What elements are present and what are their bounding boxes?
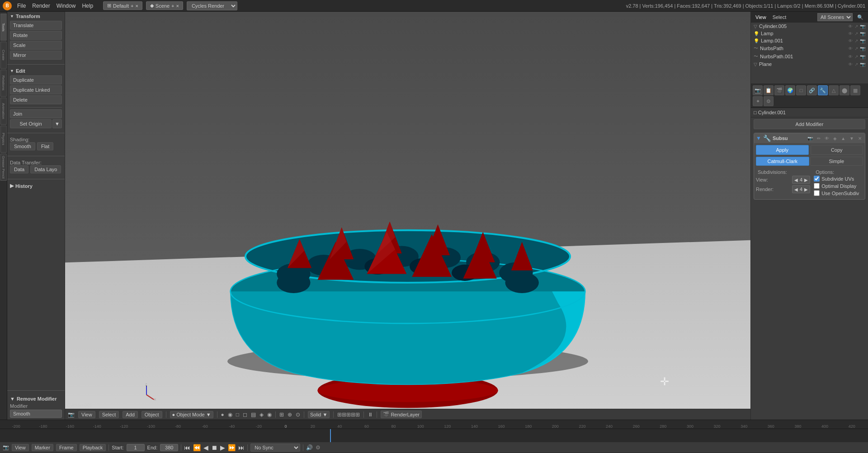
outliner-item-plane[interactable]: ▽ Plane 👁 ↗ 📷 bbox=[751, 61, 868, 68]
view-value-field[interactable]: ◀ 4 ▶ bbox=[792, 176, 810, 184]
translate-button[interactable]: Translate bbox=[10, 21, 62, 30]
render-layer-selector[interactable]: 🎬 RenderLayer bbox=[381, 411, 422, 418]
viewport-dot-icon[interactable]: ● bbox=[221, 411, 224, 418]
lamp-select-icon[interactable]: ↗ bbox=[854, 31, 858, 36]
nurbspath001-render-icon[interactable]: 📷 bbox=[860, 54, 865, 59]
viewport-solid-icon[interactable]: □ bbox=[236, 411, 239, 418]
delete-button[interactable]: Delete bbox=[10, 95, 62, 104]
outliner-select-btn[interactable]: Select bbox=[771, 14, 788, 20]
modifier-render-icon[interactable]: ◈ bbox=[832, 135, 838, 141]
outliner-item-lamp001[interactable]: 💡 Lamp.001 👁 ↗ 📷 bbox=[751, 37, 868, 44]
viewport-proportional-icon[interactable]: ⊙ bbox=[296, 411, 300, 418]
rotate-button[interactable]: Rotate bbox=[10, 31, 62, 40]
plane-visibility-icon[interactable]: 👁 bbox=[848, 62, 853, 67]
outliner-item-cylinder005[interactable]: ▽ Cylinder.005 👁 ↗ 📷 bbox=[751, 23, 868, 30]
props-tab-layers[interactable]: 📋 bbox=[764, 85, 774, 95]
viewport-material-icon[interactable]: ◈ bbox=[259, 411, 264, 418]
select-menu-btn[interactable]: Select bbox=[99, 411, 119, 418]
viewport-wire-icon[interactable]: ◻ bbox=[243, 411, 247, 418]
modifier-camera-icon[interactable]: 📷 bbox=[806, 135, 814, 141]
pivot-selector[interactable]: Solid ▼ bbox=[308, 411, 330, 418]
tab-tools[interactable]: Tools bbox=[0, 14, 7, 41]
duplicate-linked-button[interactable]: Duplicate Linked bbox=[10, 85, 62, 94]
plane-select-icon[interactable]: ↗ bbox=[854, 62, 858, 67]
props-tab-material[interactable]: ⬤ bbox=[840, 85, 849, 95]
scene-selector[interactable]: ◆ Scene + × bbox=[146, 1, 183, 10]
apply-button[interactable]: Apply bbox=[756, 145, 809, 155]
nurbspath-render-icon[interactable]: 📷 bbox=[860, 46, 865, 51]
object-menu-btn[interactable]: Object bbox=[142, 411, 162, 418]
set-origin-dropdown[interactable]: ▼ bbox=[52, 119, 62, 128]
lamp-visibility-icon[interactable]: 👁 bbox=[848, 31, 853, 36]
viewport-grid-icon[interactable]: ⊞ bbox=[279, 411, 284, 418]
scale-button[interactable]: Scale bbox=[10, 41, 62, 50]
jump-to-start-icon[interactable]: ⏮ bbox=[184, 444, 190, 451]
viewport[interactable]: Time:00:10.00 | Remaining:00:02.16 | Mem… bbox=[65, 12, 750, 420]
play-icon[interactable]: ▶ bbox=[220, 444, 225, 451]
nurbspath001-visibility-icon[interactable]: 👁 bbox=[848, 54, 853, 59]
cylinder005-visibility-icon[interactable]: 👁 bbox=[848, 24, 853, 29]
outliner-item-lamp[interactable]: 💡 Lamp 👁 ↗ 📷 bbox=[751, 30, 868, 37]
modifier-collapse-icon[interactable]: ▼ bbox=[756, 135, 761, 141]
nurbspath001-select-icon[interactable]: ↗ bbox=[854, 54, 858, 59]
join-button[interactable]: Join bbox=[10, 109, 62, 118]
props-tab-modifiers[interactable]: 🔧 bbox=[818, 85, 828, 95]
add-modifier-button[interactable]: Add Modifier bbox=[754, 119, 865, 129]
mirror-button[interactable]: Mirror bbox=[10, 51, 62, 60]
props-tab-texture[interactable]: ▦ bbox=[850, 85, 860, 95]
render-increase-icon[interactable]: ▶ bbox=[804, 187, 808, 192]
outliner-item-nurbspath[interactable]: 〜 NurbsPath 👁 ↗ 📷 bbox=[751, 44, 868, 52]
render-engine-select[interactable]: Cycles Render Blender Render Blender Gam… bbox=[187, 1, 237, 10]
step-forward-icon[interactable]: ⏩ bbox=[228, 444, 236, 451]
viewport-camera-icon[interactable]: 📷 bbox=[68, 411, 75, 418]
sync-select[interactable]: No Sync Frame Dropping Sync to Audio bbox=[250, 444, 300, 452]
modifier-view-icon[interactable]: 👁 bbox=[823, 135, 830, 141]
cylinder005-render-icon[interactable]: 📷 bbox=[860, 24, 865, 29]
outliner-item-nurbspath001[interactable]: 〜 NurbsPath.001 👁 ↗ 📷 bbox=[751, 52, 868, 61]
outliner-view-btn[interactable]: View bbox=[754, 14, 768, 20]
simple-button[interactable]: Simple bbox=[810, 157, 863, 166]
edit-header[interactable]: ▼ Edit bbox=[10, 68, 62, 74]
props-tab-scene[interactable]: 🎬 bbox=[774, 85, 784, 95]
menu-window[interactable]: Window bbox=[57, 3, 76, 9]
step-back-icon[interactable]: ⏪ bbox=[193, 444, 201, 451]
viewport-texture-icon[interactable]: ▤ bbox=[251, 411, 256, 418]
lamp001-render-icon[interactable]: 📷 bbox=[860, 38, 865, 43]
history-header[interactable]: ▶ History bbox=[10, 183, 62, 189]
timeline-settings-icon[interactable]: ⚙ bbox=[316, 444, 321, 451]
props-tab-constraints[interactable]: 🔗 bbox=[807, 85, 817, 95]
props-tab-render[interactable]: 📷 bbox=[753, 85, 763, 95]
props-tab-object[interactable]: □ bbox=[796, 85, 806, 95]
lamp001-visibility-icon[interactable]: 👁 bbox=[848, 38, 853, 43]
add-menu-btn[interactable]: Add bbox=[123, 411, 138, 418]
end-frame-input[interactable] bbox=[160, 444, 178, 451]
copy-button[interactable]: Copy bbox=[811, 145, 863, 155]
modifier-edit-icon[interactable]: ✏ bbox=[816, 135, 822, 141]
viewport-snap-icon[interactable]: ⊕ bbox=[288, 411, 292, 418]
use-opensubdiv-checkbox[interactable] bbox=[814, 190, 820, 196]
audio-icon[interactable]: 🔊 bbox=[306, 444, 313, 451]
pause-icon[interactable]: ⏸ bbox=[368, 411, 373, 418]
menu-file[interactable]: File bbox=[17, 3, 26, 9]
catmull-clark-button[interactable]: Catmull-Clark bbox=[756, 157, 809, 166]
tab-animation[interactable]: Animation bbox=[0, 98, 7, 125]
workspace-selector[interactable]: ⊞ Default + × bbox=[103, 1, 142, 10]
tab-physics[interactable]: Physics bbox=[0, 126, 7, 153]
tab-create[interactable]: Create bbox=[0, 42, 7, 69]
viewport-render-mode-icon[interactable]: ◉ bbox=[228, 411, 232, 418]
outliner-search-icon[interactable]: 🔍 bbox=[855, 14, 865, 20]
view-increase-icon[interactable]: ▶ bbox=[804, 177, 808, 182]
props-tab-data[interactable]: △ bbox=[829, 85, 839, 95]
modifier-down-icon[interactable]: ▼ bbox=[848, 135, 855, 141]
play-back-icon[interactable]: ◀ bbox=[203, 444, 208, 451]
marker-btn[interactable]: Marker bbox=[32, 444, 53, 451]
menu-help[interactable]: Help bbox=[82, 3, 93, 9]
props-tab-physics[interactable]: ⚙ bbox=[764, 96, 774, 106]
set-origin-button[interactable]: Set Origin bbox=[10, 119, 52, 128]
nurbspath-visibility-icon[interactable]: 👁 bbox=[848, 46, 853, 51]
data-layo-button[interactable]: Data Layo bbox=[30, 165, 61, 173]
mode-selector[interactable]: ● Object Mode ▼ bbox=[170, 411, 213, 418]
viewport-rendered-icon[interactable]: ◉ bbox=[267, 411, 272, 418]
tab-grease-pencil[interactable]: Grease Pencil bbox=[0, 154, 7, 181]
menu-render[interactable]: Render bbox=[32, 3, 50, 9]
